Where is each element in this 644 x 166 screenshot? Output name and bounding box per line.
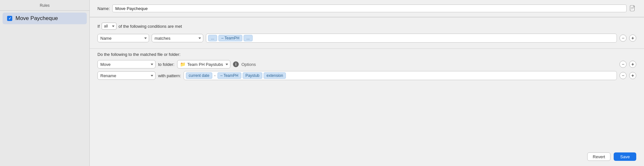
sidebar-title: Rules bbox=[0, 0, 89, 11]
token-paystub[interactable]: Paystub bbox=[243, 72, 262, 79]
token-extension[interactable]: extension bbox=[264, 72, 286, 79]
token-ellipsis-1[interactable]: ... bbox=[208, 35, 217, 41]
condition-token-area: ... – TeamPH ... bbox=[206, 34, 617, 43]
pattern-token-area: current date - – TeamPH Paystub extensio… bbox=[184, 71, 617, 80]
condition-row-0: Name Extension Kind Date matches contain… bbox=[97, 34, 636, 43]
folder-selector[interactable]: 📁 Team PH Paystubs bbox=[177, 60, 231, 68]
token-teamph-2[interactable]: – TeamPH bbox=[217, 72, 241, 79]
footer: Revert Save bbox=[587, 152, 636, 161]
token-current-date[interactable]: current date bbox=[186, 72, 212, 79]
name-row: Name: bbox=[90, 0, 644, 17]
name-input[interactable] bbox=[112, 5, 627, 12]
sidebar: Rules Move Paycheque bbox=[0, 0, 90, 166]
condition-add-button[interactable]: + bbox=[629, 35, 636, 42]
field-select[interactable]: Name Extension Kind Date bbox=[97, 34, 149, 42]
with-pattern-label: with pattern: bbox=[158, 73, 181, 78]
token-sep-1: - bbox=[214, 73, 216, 78]
revert-button[interactable]: Revert bbox=[587, 152, 610, 161]
folder-name: Team PH Paystubs bbox=[187, 62, 223, 67]
main-content: Name: If all any of the following condit… bbox=[90, 0, 644, 166]
token-ellipsis-2[interactable]: ... bbox=[244, 35, 253, 41]
conditions-section: If all any of the following conditions a… bbox=[90, 17, 644, 48]
doc-icon bbox=[629, 5, 636, 12]
options-label: Options bbox=[241, 62, 256, 67]
action-section: Do the following to the matched file or … bbox=[90, 49, 644, 86]
sidebar-item-move-paycheque[interactable]: Move Paycheque bbox=[3, 13, 87, 24]
info-button[interactable]: i bbox=[233, 61, 239, 67]
sidebar-item-label: Move Paycheque bbox=[15, 15, 58, 22]
action-header: Do the following to the matched file or … bbox=[97, 52, 636, 57]
action-remove-button-1[interactable]: − bbox=[619, 72, 627, 79]
sidebar-item-checkbox[interactable] bbox=[7, 16, 12, 21]
save-button[interactable]: Save bbox=[614, 152, 636, 161]
action-remove-button-0[interactable]: − bbox=[619, 61, 627, 68]
name-label: Name: bbox=[97, 6, 110, 11]
if-label: If bbox=[97, 24, 100, 29]
to-folder-label: to folder: bbox=[158, 62, 175, 67]
action-select-1[interactable]: Rename Move Copy bbox=[97, 71, 156, 80]
action-row-0: Move Copy Rename Open Delete to folder: … bbox=[97, 60, 636, 68]
action-add-button-0[interactable]: + bbox=[629, 61, 636, 68]
action-select-0[interactable]: Move Copy Rename Open Delete bbox=[97, 60, 156, 68]
action-add-button-1[interactable]: + bbox=[629, 72, 636, 79]
operator-select[interactable]: matches contains begins with ends with i… bbox=[152, 34, 203, 42]
condition-suffix: of the following conditions are met bbox=[118, 24, 182, 29]
token-teamph[interactable]: – TeamPH bbox=[218, 35, 242, 41]
action-row-1: Rename Move Copy with pattern: current d… bbox=[97, 71, 636, 80]
folder-icon: 📁 bbox=[180, 62, 186, 67]
all-select[interactable]: all any bbox=[102, 23, 116, 30]
condition-remove-button[interactable]: − bbox=[619, 35, 627, 42]
condition-header: If all any of the following conditions a… bbox=[97, 23, 636, 30]
